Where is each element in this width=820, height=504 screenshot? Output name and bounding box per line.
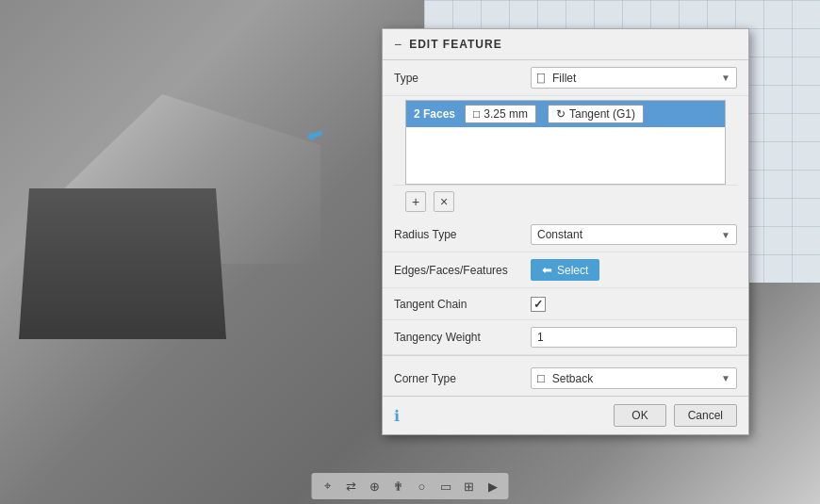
tangency-weight-input[interactable] [531,327,737,348]
corner-type-dropdown[interactable]: □ Setback ▼ [531,367,737,389]
toolbar-icon-3[interactable]: ⊕ [365,476,385,496]
type-dropdown-content: ⎕ Fillet [537,71,576,85]
faces-size-value: 3.25 mm [484,107,528,121]
toolbar-icon-1[interactable]: ⌖ [318,476,338,496]
cursor-icon: ⬅ [542,263,552,277]
add-face-button[interactable]: + [405,191,426,212]
faces-selected-row[interactable]: 2 Faces □ 3.25 mm ↻ Tangent (G1) [406,101,725,127]
faces-size-button[interactable]: □ 3.25 mm [465,105,536,123]
faces-container: 2 Faces □ 3.25 mm ↻ Tangent (G1) + × [383,96,748,218]
toolbar-icon-7[interactable]: ⊞ [459,476,480,496]
dialog-footer: ℹ OK Cancel [383,396,748,434]
fillet-icon: ⎕ [537,71,545,85]
tangent-chain-control [531,297,737,312]
dialog-minus-icon[interactable]: − [394,37,402,52]
select-button[interactable]: ⬅ Select [531,259,599,281]
tangent-chain-checkbox[interactable] [531,297,546,312]
ok-button[interactable]: OK [614,404,665,427]
radius-type-value: Constant [537,228,582,241]
tangent-chain-label: Tangent Chain [394,298,531,311]
setback-icon: □ [537,371,545,385]
radius-type-row: Radius Type Constant ▼ [383,218,748,252]
faces-area: 2 Faces □ 3.25 mm ↻ Tangent (G1) [405,100,726,185]
edges-label: Edges/Faces/Features [394,264,531,277]
corner-type-label: Corner Type [394,372,531,385]
type-row: Type ⎕ Fillet ▼ [383,60,748,96]
tangency-weight-label: Tangency Weight [394,331,531,344]
type-dropdown-arrow: ▼ [721,73,730,83]
corner-dropdown-arrow: ▼ [721,373,730,383]
radius-type-dropdown[interactable]: Constant ▼ [531,224,737,245]
corner-type-row: Corner Type □ Setback ▼ [383,361,748,396]
toolbar-icon-6[interactable]: ▭ [435,476,456,496]
bottom-toolbar: ⌖ ⇄ ⊕ ✟ ○ ▭ ⊞ ▶ [312,473,509,499]
dialog-header: − EDIT FEATURE [383,29,748,60]
footer-buttons: OK Cancel [614,404,737,427]
3d-shape-dark [19,188,226,339]
toolbar-icon-5[interactable]: ○ [412,476,433,496]
tangency-weight-control[interactable] [531,327,737,348]
faces-label: 2 Faces [414,107,455,121]
edit-feature-dialog: − EDIT FEATURE Type ⎕ Fillet ▼ 2 Faces [382,28,749,435]
type-label: Type [394,72,531,85]
corner-type-dropdown-button[interactable]: □ Setback ▼ [531,367,737,389]
dialog-title: EDIT FEATURE [409,38,501,51]
cancel-button[interactable]: Cancel [674,404,737,427]
corner-type-value: Setback [552,372,593,385]
remove-face-button[interactable]: × [434,191,454,212]
tangent-icon: ↻ [556,107,566,121]
faces-tangent-button[interactable]: ↻ Tangent (G1) [548,105,644,123]
radius-type-label: Radius Type [394,228,531,241]
radius-dropdown-arrow: ▼ [721,230,730,240]
tangency-weight-row: Tangency Weight [383,320,748,355]
radius-type-dropdown-button[interactable]: Constant ▼ [531,224,737,245]
faces-actions: + × [394,185,737,218]
type-dropdown-button[interactable]: ⎕ Fillet ▼ [531,67,737,89]
tangent-chain-row: Tangent Chain [383,288,748,320]
corner-type-dropdown-content: □ Setback [537,371,593,385]
toolbar-icon-2[interactable]: ⇄ [341,476,362,496]
edges-row: Edges/Faces/Features ⬅ Select [383,252,748,288]
type-value: Fillet [552,72,576,85]
select-label: Select [557,264,588,277]
toolbar-icon-4[interactable]: ✟ [388,476,409,496]
edges-control: ⬅ Select [531,259,737,281]
toolbar-icon-8[interactable]: ▶ [483,476,503,496]
dialog-body: Type ⎕ Fillet ▼ 2 Faces □ 3.25 mm [383,60,748,396]
size-icon: □ [473,107,480,121]
info-icon[interactable]: ℹ [394,407,400,425]
faces-tangent-value: Tangent (G1) [569,107,635,121]
type-dropdown[interactable]: ⎕ Fillet ▼ [531,67,737,89]
